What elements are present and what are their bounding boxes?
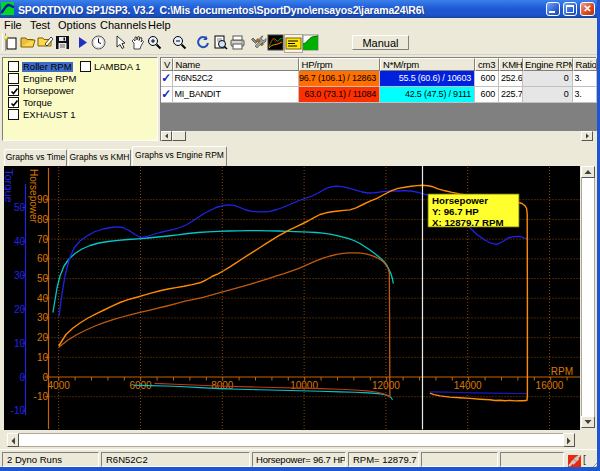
svg-text:10: 10 [14,338,26,349]
svg-text:10: 10 [37,352,49,363]
svg-text:20: 20 [14,304,26,315]
svg-text:Torque: Torque [4,169,15,203]
svg-text:60: 60 [37,253,49,264]
svg-text:X: 12879.7 RPM: X: 12879.7 RPM [432,217,504,228]
svg-text:30: 30 [14,270,26,281]
svg-text:10000: 10000 [290,380,318,391]
svg-text:20: 20 [37,332,49,343]
svg-text:-10: -10 [11,405,26,416]
svg-text:30: 30 [37,312,49,323]
svg-text:Horsepower: Horsepower [432,195,488,206]
svg-text:Horsepower: Horsepower [28,169,39,224]
svg-text:16000: 16000 [536,380,564,391]
svg-text:70: 70 [37,234,49,245]
svg-text:40: 40 [14,236,26,247]
svg-text:50: 50 [37,273,49,284]
svg-text:40: 40 [37,293,49,304]
svg-text:RPM: RPM [551,366,573,377]
svg-text:-10: -10 [34,391,49,402]
svg-text:50: 50 [14,202,26,213]
svg-text:Y: 96.7 HP: Y: 96.7 HP [432,206,479,217]
svg-text:12000: 12000 [372,380,400,391]
svg-text:0: 0 [19,372,25,383]
svg-text:14000: 14000 [454,380,482,391]
svg-text:4000: 4000 [48,380,71,391]
